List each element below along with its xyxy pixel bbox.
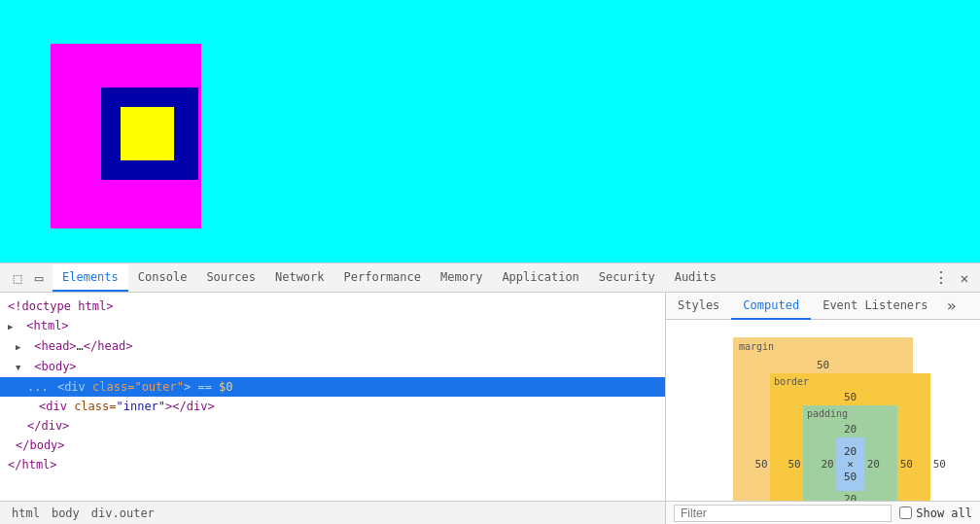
div-inner-line[interactable]: <div class="inner"></div> [0,397,665,416]
filter-bar: Show all [666,501,980,524]
elements-tree[interactable]: <!doctype html> <html> <head>…</head> <b… [0,293,665,501]
close-devtools-icon[interactable]: ✕ [953,264,976,292]
padding-middle-row: 20 20 × 50 20 [819,437,882,491]
body-close-line[interactable]: </body> [0,436,665,455]
more-tabs-icon[interactable]: ⋮ [929,264,953,292]
div-outer-line[interactable]: ... <div class="outer"> == $0 [0,377,665,397]
filter-input[interactable] [674,505,892,522]
padding-left-val: 20 [819,458,836,471]
padding-box: padding 20 20 20 × 50 20 20 [803,405,897,501]
tab-network[interactable]: Network [265,264,334,292]
html-toggle[interactable] [8,317,18,335]
padding-top-val: 20 [819,421,882,437]
device-icon[interactable]: ▭ [29,264,49,292]
doctype-line[interactable]: <!doctype html> [0,297,665,316]
tab-console[interactable]: Console [128,264,197,292]
breadcrumb-html[interactable]: html [8,505,44,522]
tab-audits[interactable]: Audits [665,264,726,292]
show-all-text: Show all [916,507,972,520]
cursor-icon[interactable]: ⬚ [8,264,27,292]
elements-panel: <!doctype html> <html> <head>…</head> <b… [0,293,666,524]
blue-outer-box [101,87,198,180]
content-box: 20 × 50 [836,437,864,491]
html-close-line[interactable]: </html> [0,455,665,474]
tab-memory[interactable]: Memory [431,264,492,292]
head-line[interactable]: <head>…</head> [0,336,665,357]
magenta-box [51,44,201,228]
padding-label: padding [807,408,848,419]
show-all-checkbox[interactable] [899,507,912,519]
border-box: border 50 50 padding 20 20 [770,373,930,501]
right-tabs: Styles Computed Event Listeners » [666,293,980,320]
margin-box: margin 50 50 border 50 50 [733,337,913,501]
breadcrumb-div-outer[interactable]: div.outer [88,505,158,522]
yellow-inner-box [121,107,174,160]
devtools-tabs-bar: ⬚ ▭ Elements Console Sources Network Per… [0,263,980,293]
tab-security[interactable]: Security [589,264,665,292]
devtools-main: <!doctype html> <html> <head>…</head> <b… [0,293,980,524]
border-right-val: 50 [897,458,915,471]
right-tab-computed[interactable]: Computed [731,293,811,320]
margin-label: margin [739,341,774,352]
box-model-diagram: margin 50 50 border 50 50 [733,337,913,501]
margin-middle-row: 50 border 50 50 padding 2 [752,373,893,501]
border-top-val: 50 [786,389,915,405]
border-label: border [774,376,809,387]
body-line[interactable]: <body> [0,357,665,377]
border-middle-row: 50 padding 20 20 20 × 50 [786,405,915,501]
right-tab-event-listeners[interactable]: Event Listeners [811,293,939,320]
tab-elements[interactable]: Elements [52,264,128,292]
show-all-label[interactable]: Show all [899,507,972,520]
body-toggle[interactable] [16,358,25,376]
tab-application[interactable]: Application [492,264,588,292]
head-toggle[interactable] [16,337,25,356]
viewport [0,0,980,262]
padding-right-val: 20 [864,458,882,471]
box-model-area: margin 50 50 border 50 50 [666,320,980,501]
right-tab-styles[interactable]: Styles [666,293,731,320]
margin-left-val: 50 [752,458,770,471]
right-panel: Styles Computed Event Listeners » margin… [666,293,980,524]
padding-bottom-val: 20 [819,491,882,501]
tab-performance[interactable]: Performance [334,264,431,292]
margin-top-val: 50 [752,357,893,373]
tab-sources[interactable]: Sources [196,264,265,292]
border-left-val: 50 [786,458,803,471]
margin-right-val: 50 [930,458,948,471]
breadcrumb-body[interactable]: body [48,505,84,522]
devtools-panel: ⬚ ▭ Elements Console Sources Network Per… [0,262,980,524]
div-close-line[interactable]: </div> [0,416,665,436]
breadcrumb: html body div.outer [0,501,665,524]
html-line[interactable]: <html> [0,316,665,336]
right-tab-more-icon[interactable]: » [940,293,963,320]
